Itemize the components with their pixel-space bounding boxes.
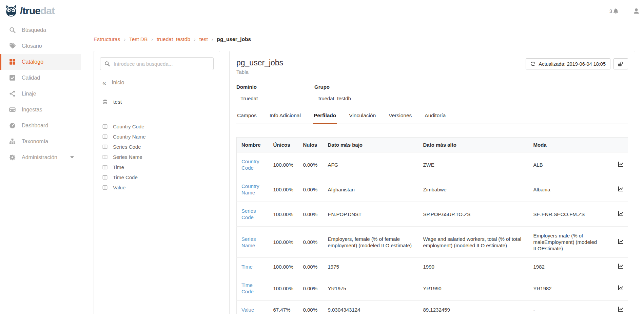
- breadcrumb-segment: Estructuras ›: [94, 36, 129, 42]
- truedat-logo[interactable]: /truedat: [4, 4, 55, 17]
- explorer-field-label: Series Code: [113, 144, 141, 150]
- sidebar: Búsqueda Glosario Catálogo Calidad Linaj…: [0, 22, 81, 314]
- sidebar-item[interactable]: Taxonomía: [0, 133, 81, 149]
- user-menu-icon[interactable]: [633, 8, 640, 14]
- sidebar-item-label: Glosario: [22, 43, 42, 49]
- field-name-link[interactable]: Series Code: [241, 208, 264, 221]
- logo-wordmark: /truedat: [20, 6, 55, 16]
- angle-double-left-icon: «: [102, 79, 106, 86]
- column-header-actions: [613, 138, 628, 152]
- notifications-button[interactable]: 3: [609, 8, 619, 14]
- sidebar-item-label: Búsqueda: [22, 27, 46, 33]
- lock-button[interactable]: [613, 58, 628, 69]
- explorer-field-item[interactable]: Country Name: [100, 131, 214, 142]
- top-navbar: /truedat 3: [0, 0, 644, 22]
- breadcrumb-separator: ›: [212, 37, 213, 42]
- lowest-value: AFG: [323, 152, 418, 177]
- explorer-field-item[interactable]: Time Code: [100, 172, 214, 182]
- explorer-field-item[interactable]: Value: [100, 182, 214, 192]
- lowest-value: 9.0304343124: [323, 301, 418, 314]
- explorer-field-item[interactable]: Series Name: [100, 152, 214, 162]
- column-header-uniques: Únicos: [269, 138, 298, 152]
- detail-header: pg_user_jobs Tabla Actualizada: 2019-06-…: [236, 58, 628, 75]
- breadcrumb-link[interactable]: truedat_testdb: [157, 36, 190, 42]
- page-title: pg_user_jobs: [236, 58, 283, 67]
- sidebar-item[interactable]: Dashboard: [0, 118, 81, 133]
- chart-line-icon[interactable]: [618, 238, 624, 244]
- chart-line-icon[interactable]: [618, 186, 624, 192]
- tab[interactable]: Perfilado: [313, 112, 337, 124]
- table-row: Country Code 100.00% 0.00% AFG ZWE ALB: [237, 152, 628, 177]
- table-columns-icon: [102, 175, 108, 180]
- profiling-table: Nombre Únicos Nulos Dato más bajo Dato m…: [236, 137, 628, 314]
- highest-value: Wage and salaried workers, total (% of t…: [418, 227, 529, 258]
- tab[interactable]: Versiones: [388, 112, 412, 124]
- sidebar-item[interactable]: Glosario: [0, 38, 81, 54]
- field-name-link[interactable]: Series Name: [241, 236, 264, 249]
- breadcrumb-link[interactable]: Test DB: [129, 36, 148, 42]
- tab[interactable]: Vinculación: [348, 112, 376, 124]
- field-name-link[interactable]: Value: [241, 307, 254, 313]
- profiling-table-header-row: Nombre Únicos Nulos Dato más bajo Dato m…: [237, 138, 628, 152]
- table-columns-icon: [102, 165, 108, 170]
- refresh-metadata-button[interactable]: Actualizada: 2019-06-04 18:05: [526, 58, 610, 69]
- explorer-field-item[interactable]: Series Code: [100, 142, 214, 152]
- column-header-highest: Dato más alto: [418, 138, 529, 152]
- sidebar-item[interactable]: Búsqueda: [0, 22, 81, 38]
- chart-line-icon[interactable]: [618, 285, 624, 291]
- detail-actions: Actualizada: 2019-06-04 18:05: [526, 58, 628, 69]
- column-header-nulls: Nulos: [298, 138, 323, 152]
- nulls-value: 0.00%: [298, 258, 323, 276]
- metadata-section: Dominio Truedat Grupo truedat_testdb: [236, 84, 628, 101]
- mode-value: ALB: [529, 152, 613, 177]
- breadcrumb-separator: ›: [194, 37, 196, 42]
- highest-value: 1990: [418, 258, 529, 276]
- mode-value: -: [529, 301, 613, 314]
- field-name-link[interactable]: Country Name: [241, 183, 264, 196]
- nulls-value: 0.00%: [298, 301, 323, 314]
- chart-line-icon[interactable]: [618, 161, 624, 167]
- uniques-value: 100.00%: [269, 177, 298, 202]
- breadcrumb-segment: truedat_testdb ›: [157, 36, 199, 42]
- breadcrumb-segment: test ›: [199, 36, 217, 42]
- breadcrumb-segment: Test DB ›: [129, 36, 157, 42]
- sidebar-item[interactable]: Administración: [0, 149, 81, 165]
- chart-line-icon[interactable]: [618, 211, 624, 216]
- sidebar-item-icon: [9, 122, 16, 129]
- sidebar-item-icon: [9, 27, 16, 33]
- sidebar-item[interactable]: Catálogo: [0, 54, 81, 70]
- tab[interactable]: Info Adicional: [269, 112, 301, 124]
- metadata-value: truedat_testdb: [314, 96, 351, 101]
- table-row: Country Name 100.00% 0.00% Afghanistan Z…: [237, 177, 628, 202]
- sidebar-item[interactable]: Ingestas: [0, 102, 81, 118]
- explorer-field-label: Time Code: [113, 174, 138, 180]
- breadcrumb-separator: ›: [151, 37, 153, 42]
- chart-line-icon[interactable]: [618, 306, 624, 312]
- search-input[interactable]: [114, 61, 209, 67]
- mode-value: Albania: [529, 177, 613, 202]
- uniques-value: 100.00%: [269, 227, 298, 258]
- chart-line-icon[interactable]: [618, 263, 624, 269]
- explorer-field-item[interactable]: Country Code: [100, 121, 214, 131]
- explorer-current-node[interactable]: test: [100, 92, 214, 112]
- tab[interactable]: Campos: [236, 112, 257, 124]
- field-name-link[interactable]: Time: [241, 264, 253, 270]
- breadcrumb-link[interactable]: test: [199, 36, 208, 42]
- explorer-back-home[interactable]: « Inicio: [100, 78, 214, 88]
- explorer-field-label: Country Name: [113, 134, 146, 140]
- sidebar-item-label: Ingestas: [22, 107, 42, 113]
- sidebar-item[interactable]: Linaje: [0, 86, 81, 102]
- explorer-field-item[interactable]: Time: [100, 162, 214, 172]
- field-name-link[interactable]: Time Code: [241, 282, 264, 295]
- metadata-field: Dominio Truedat: [236, 84, 306, 101]
- sidebar-item-label: Calidad: [22, 75, 40, 81]
- owl-logo-icon: [4, 4, 18, 17]
- tab[interactable]: Auditoría: [424, 112, 446, 124]
- nulls-value: 0.00%: [298, 202, 323, 227]
- sidebar-item-label: Taxonomía: [22, 139, 48, 145]
- uniques-value: 100.00%: [269, 202, 298, 227]
- field-name-link[interactable]: Country Code: [241, 158, 264, 171]
- sidebar-item[interactable]: Calidad: [0, 70, 81, 86]
- breadcrumb-link[interactable]: Estructuras: [94, 36, 120, 42]
- table-row: Time Code 100.00% 0.00% YR1975 YR1990 YR…: [237, 276, 628, 301]
